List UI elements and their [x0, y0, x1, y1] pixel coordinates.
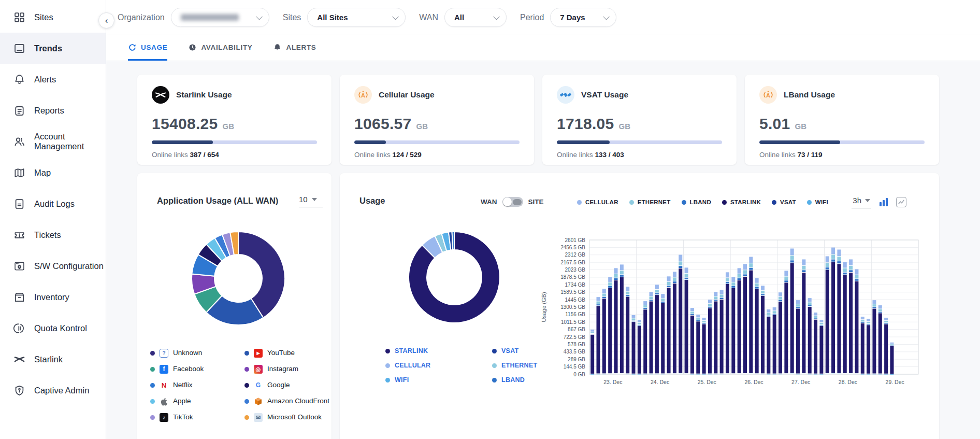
legend-item-netflix[interactable]: N Netflix: [150, 379, 244, 391]
legend-dot: [244, 399, 249, 404]
top-n-select[interactable]: 10: [299, 195, 323, 207]
bar-chart-view-button[interactable]: [880, 198, 888, 206]
interval-value: 3h: [853, 196, 861, 205]
svg-text:23. Dec: 23. Dec: [603, 379, 622, 385]
legend-dot: [244, 351, 249, 356]
application-usage-legend: ? Unknown ▶ YouTube f Facebook ◎: [150, 347, 332, 423]
stat-card-value: 1065.57: [354, 115, 412, 133]
audit-icon: [13, 198, 25, 210]
usage-legend-item-wifi[interactable]: WIFI: [385, 376, 492, 384]
legend-item-microsoft-outlook[interactable]: ✉ Microsoft Outlook: [244, 412, 332, 423]
line-chart-view-button[interactable]: [896, 197, 906, 207]
sidebar-item-account-management[interactable]: Account Management: [0, 126, 106, 157]
usage-legend-dot: [492, 378, 497, 383]
usage-bar-chart: 0 GB144.5 GB289 GB433.5 GB578 GB722.5 GB…: [539, 228, 932, 396]
organization-label: Organization: [118, 13, 165, 22]
legend-label: TikTok: [173, 413, 193, 421]
tiktok-brand-icon: ♪: [160, 413, 168, 422]
legend-dot: [150, 351, 155, 356]
usage-legend-item-cellular[interactable]: CELLULAR: [385, 362, 492, 369]
legend-label: Microsoft Outlook: [267, 413, 322, 421]
sidebar-item-s-w-configuration[interactable]: S/W Configuration: [0, 250, 106, 281]
svg-text:1156 GB: 1156 GB: [565, 311, 585, 317]
tab-bar: USAGE AVAILABILITY ALERTS: [106, 35, 980, 61]
cellular-badge-icon: A: [354, 86, 372, 104]
svg-text:25. Dec: 25. Dec: [698, 379, 716, 385]
sidebar-item-tickets[interactable]: Tickets: [0, 219, 106, 250]
online-links-label: Online links: [152, 151, 188, 159]
sidebar-item-trends[interactable]: Trends: [0, 33, 106, 64]
outlook-brand-icon: ✉: [254, 413, 263, 422]
sidebar-item-reports[interactable]: Reports: [0, 95, 106, 126]
organization-select[interactable]: [171, 8, 269, 27]
series-legend-item-cellular[interactable]: CELLULAR: [577, 199, 618, 205]
period-select[interactable]: 7 Days: [550, 8, 616, 27]
youtube-brand-icon: ▶: [254, 349, 263, 358]
sidebar-item-alerts[interactable]: Alerts: [0, 64, 106, 95]
svg-text:28. Dec: 28. Dec: [839, 379, 857, 385]
sidebar-item-audit-logs[interactable]: Audit Logs: [0, 188, 106, 219]
stat-card-value: 15408.25: [152, 115, 218, 133]
series-legend-item-wifi[interactable]: WIFI: [807, 199, 828, 205]
sites-icon: [13, 11, 25, 23]
series-legend-label: LBAND: [690, 199, 711, 205]
legend-item-google[interactable]: G Google: [244, 379, 332, 391]
online-links-progress: [152, 140, 317, 144]
series-legend-label: CELLULAR: [585, 199, 618, 205]
usage-legend-item-starlink[interactable]: STARLINK: [385, 347, 492, 355]
wan-site-toggle[interactable]: WAN SITE: [481, 197, 544, 207]
series-legend-item-ethernet[interactable]: ETHERNET: [629, 199, 671, 205]
tab-usage[interactable]: USAGE: [128, 35, 167, 61]
series-legend-dot: [682, 200, 686, 205]
legend-item-apple[interactable]: Apple: [150, 395, 244, 407]
legend-item-amazon-cloudfront[interactable]: Amazon CloudFront: [244, 395, 332, 407]
sidebar-item-map[interactable]: Map: [0, 157, 106, 188]
tab-availability[interactable]: AVAILABILITY: [188, 35, 252, 61]
usage-legend-item-ethernet[interactable]: ETHERNET: [492, 362, 537, 369]
wan-select[interactable]: All: [444, 8, 507, 27]
usage-legend-label: WIFI: [395, 376, 409, 384]
usage-legend-item-lband[interactable]: LBAND: [492, 376, 537, 384]
charts-row: Application Usage (ALL WAN) 10 ? Unknown: [137, 173, 980, 439]
tab-availability-icon: [188, 43, 197, 52]
sidebar-item-inventory[interactable]: Inventory: [0, 281, 106, 313]
sidebar-collapse-button[interactable]: ‹: [98, 12, 114, 29]
top-n-value: 10: [299, 195, 308, 204]
svg-text:1734 GB: 1734 GB: [565, 282, 586, 288]
stat-card-value: 5.01: [759, 115, 790, 133]
legend-item-facebook[interactable]: f Facebook: [150, 363, 244, 375]
legend-item-youtube[interactable]: ▶ YouTube: [244, 347, 332, 359]
svg-text:1445 GB: 1445 GB: [565, 297, 586, 303]
toggle-switch[interactable]: [502, 197, 523, 207]
sidebar-item-sites[interactable]: Sites: [0, 2, 106, 33]
usage-legend-item-vsat[interactable]: VSAT: [492, 347, 537, 355]
legend-item-instagram[interactable]: ◎ Instagram: [244, 363, 332, 375]
reports-icon: [13, 105, 25, 117]
tab-alerts[interactable]: ALERTS: [273, 35, 316, 61]
stat-card-unit: GB: [795, 122, 807, 131]
usage-legend-label: ETHERNET: [501, 362, 537, 369]
interval-select[interactable]: 3h: [852, 196, 871, 208]
svg-text:24. Dec: 24. Dec: [651, 379, 669, 385]
topbar: Organization Sites All Sites WAN All Per…: [106, 0, 980, 35]
sidebar-item-quota-kontrol[interactable]: Quota Kontrol: [0, 313, 106, 344]
map-icon: [13, 167, 25, 179]
sites-select[interactable]: All Sites: [307, 8, 406, 27]
period-select-value: 7 Days: [560, 13, 585, 22]
online-links-label: Online links: [354, 151, 391, 159]
sidebar-item-captive-admin[interactable]: Captive Admin: [0, 375, 106, 406]
series-legend-item-starlink[interactable]: STARLINK: [722, 199, 761, 205]
svg-text:2167.5 GB: 2167.5 GB: [560, 260, 585, 265]
legend-label: YouTube: [267, 349, 295, 357]
legend-dot: [150, 399, 155, 404]
google-brand-icon: G: [254, 381, 263, 390]
starlink-badge-icon: [152, 86, 169, 104]
series-legend-item-vsat[interactable]: VSAT: [772, 199, 796, 205]
sidebar-item-starlink[interactable]: Starlink: [0, 344, 106, 375]
legend-item-unknown[interactable]: ? Unknown: [150, 347, 244, 359]
legend-item-tiktok[interactable]: ♪ TikTok: [150, 412, 244, 423]
series-legend-item-lband[interactable]: LBAND: [682, 199, 711, 205]
sites-select-value: All Sites: [317, 13, 348, 22]
stat-card-unit: GB: [416, 122, 428, 131]
tab-usage-icon: [128, 43, 137, 52]
